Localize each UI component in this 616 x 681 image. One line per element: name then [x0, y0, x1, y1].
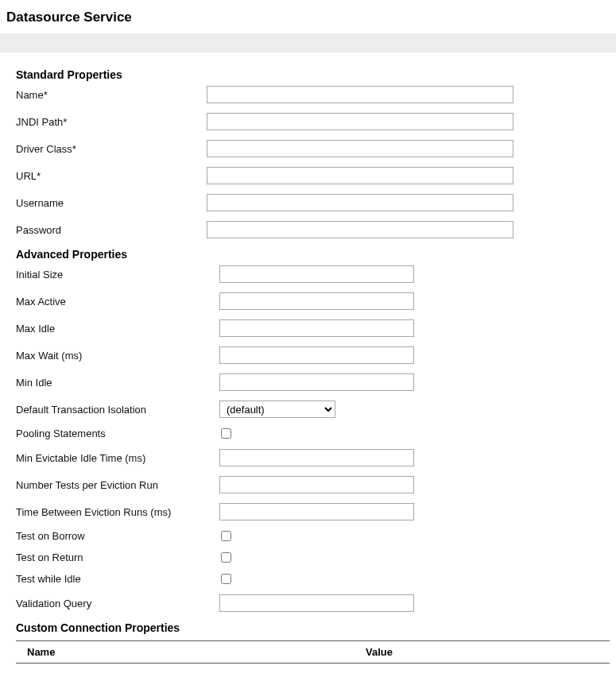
pooling-statements-row: Pooling Statements [16, 428, 610, 439]
validation-query-label: Validation Query [16, 598, 219, 609]
jndi-path-row: JNDI Path* [16, 113, 610, 130]
advanced-properties-header: Advanced Properties [16, 248, 610, 261]
custom-properties-table: Name Value [16, 640, 610, 664]
initial-size-label: Initial Size [16, 269, 219, 281]
name-row: Name* [16, 86, 610, 103]
pooling-statements-checkbox[interactable] [221, 428, 231, 439]
password-input[interactable] [207, 221, 513, 238]
url-label: URL* [16, 170, 207, 182]
time-between-eviction-input[interactable] [219, 503, 414, 520]
custom-col-value: Value [366, 646, 393, 658]
username-input[interactable] [207, 194, 513, 211]
test-on-borrow-row: Test on Borrow [16, 530, 610, 542]
default-tx-isolation-row: Default Transaction Isolation (default) [16, 400, 610, 418]
max-wait-input[interactable] [219, 346, 414, 364]
username-row: Username [16, 194, 610, 211]
driver-class-input[interactable] [207, 140, 513, 157]
max-idle-label: Max Idle [16, 323, 219, 335]
top-bar [0, 33, 616, 52]
username-label: Username [16, 197, 207, 209]
test-while-idle-row: Test while Idle [16, 573, 610, 585]
max-wait-label: Max Wait (ms) [16, 350, 219, 362]
driver-class-label: Driver Class* [16, 143, 207, 155]
initial-size-input[interactable] [219, 265, 414, 283]
default-tx-isolation-label: Default Transaction Isolation [16, 404, 219, 416]
test-on-borrow-checkbox[interactable] [221, 531, 231, 541]
test-on-borrow-label: Test on Borrow [16, 530, 219, 542]
test-on-return-checkbox[interactable] [221, 552, 231, 563]
max-idle-row: Max Idle [16, 319, 610, 337]
test-on-return-label: Test on Return [16, 551, 219, 563]
url-input[interactable] [207, 167, 513, 184]
min-idle-input[interactable] [219, 373, 414, 391]
page-title: Datasource Service [0, 0, 616, 33]
name-label: Name* [16, 89, 207, 101]
num-tests-eviction-row: Number Tests per Eviction Run [16, 476, 610, 493]
test-while-idle-checkbox[interactable] [221, 574, 231, 584]
min-evictable-idle-label: Min Evictable Idle Time (ms) [16, 452, 219, 464]
test-on-return-row: Test on Return [16, 551, 610, 563]
test-while-idle-label: Test while Idle [16, 573, 219, 585]
min-evictable-idle-row: Min Evictable Idle Time (ms) [16, 449, 610, 466]
min-evictable-idle-input[interactable] [219, 449, 414, 466]
validation-query-row: Validation Query [16, 594, 610, 612]
max-wait-row: Max Wait (ms) [16, 346, 610, 364]
standard-properties-header: Standard Properties [16, 68, 610, 81]
validation-query-input[interactable] [219, 594, 414, 612]
name-input[interactable] [207, 86, 513, 103]
pooling-statements-label: Pooling Statements [16, 428, 219, 439]
driver-class-row: Driver Class* [16, 140, 610, 157]
max-idle-input[interactable] [219, 319, 414, 337]
url-row: URL* [16, 167, 610, 184]
min-idle-label: Min Idle [16, 377, 219, 389]
num-tests-eviction-label: Number Tests per Eviction Run [16, 479, 219, 491]
jndi-path-label: JNDI Path* [16, 116, 207, 128]
max-active-input[interactable] [219, 292, 414, 310]
max-active-row: Max Active [16, 292, 610, 310]
time-between-eviction-row: Time Between Eviction Runs (ms) [16, 503, 610, 520]
password-row: Password [16, 221, 610, 238]
jndi-path-input[interactable] [207, 113, 513, 130]
password-label: Password [16, 224, 207, 236]
time-between-eviction-label: Time Between Eviction Runs (ms) [16, 506, 219, 518]
num-tests-eviction-input[interactable] [219, 476, 414, 493]
custom-col-name: Name [16, 646, 366, 658]
custom-table-header: Name Value [16, 640, 610, 664]
custom-connection-properties-header: Custom Connection Properties [16, 621, 610, 634]
max-active-label: Max Active [16, 296, 219, 308]
initial-size-row: Initial Size [16, 265, 610, 283]
min-idle-row: Min Idle [16, 373, 610, 391]
default-tx-isolation-select[interactable]: (default) [219, 400, 335, 418]
